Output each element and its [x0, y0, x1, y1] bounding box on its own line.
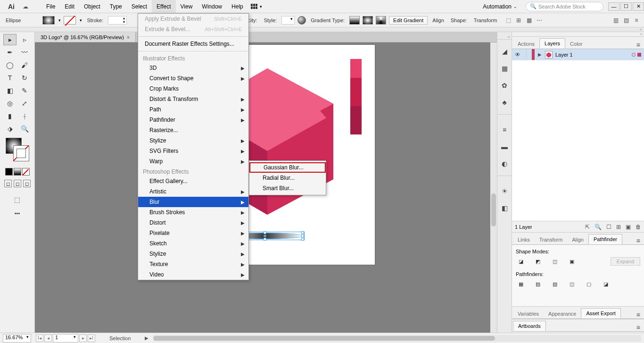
- unite-icon[interactable]: ◪: [516, 256, 526, 267]
- tab-layers[interactable]: Layers: [539, 38, 565, 49]
- horizontal-scrollbar[interactable]: [153, 335, 641, 342]
- vertical-scrollbar[interactable]: [490, 42, 497, 333]
- menu-3d[interactable]: 3D▶: [138, 63, 248, 73]
- type-tool[interactable]: T: [3, 72, 17, 84]
- first-artboard-button[interactable]: I◂: [36, 335, 43, 342]
- menu-crop-marks[interactable]: Crop Marks: [138, 84, 248, 94]
- pen-tool[interactable]: ✒: [3, 47, 17, 58]
- menu-video[interactable]: Video▶: [138, 269, 248, 280]
- transparency-panel-icon[interactable]: ◐: [499, 159, 510, 169]
- style-dropdown[interactable]: ▾: [281, 16, 295, 25]
- zoom-input[interactable]: 16.67%▾: [3, 334, 31, 343]
- width-tool[interactable]: ⟊: [18, 110, 31, 122]
- layer-target-icon[interactable]: [632, 53, 636, 57]
- edit-gradient-button[interactable]: Edit Gradient: [389, 16, 428, 25]
- locate-object-icon[interactable]: ⇱: [585, 224, 590, 230]
- menu-pixelate[interactable]: Pixelate▶: [138, 228, 248, 238]
- color-swatch[interactable]: [5, 168, 13, 176]
- menu-texture[interactable]: Texture▶: [138, 259, 248, 269]
- draw-inside[interactable]: ◻: [23, 180, 31, 187]
- properties-panel-icon[interactable]: ◢: [499, 46, 510, 57]
- isolate-icon[interactable]: ⬚: [504, 17, 512, 24]
- tab-align[interactable]: Align: [567, 235, 588, 244]
- artboard-number-input[interactable]: 1▾: [53, 334, 78, 343]
- intersect-icon[interactable]: ◫: [550, 256, 560, 267]
- layers-flyout[interactable]: ≡: [634, 41, 643, 49]
- layer-name[interactable]: Layer 1: [555, 52, 573, 58]
- menu-brush-strokes[interactable]: Brush Strokes▶: [138, 207, 248, 218]
- shape-builder-tool[interactable]: ◎: [3, 98, 17, 109]
- tab-artboards[interactable]: Artboards: [513, 321, 546, 331]
- control-flyout[interactable]: ≡: [633, 17, 640, 24]
- menu-stylize-ps[interactable]: Stylize▶: [138, 249, 248, 259]
- menu-gaussian-blur[interactable]: Gaussian Blur...: [249, 162, 326, 173]
- menu-select[interactable]: Select: [127, 0, 152, 13]
- stroke-weight-input[interactable]: ▴▾: [108, 16, 127, 25]
- menu-smart-blur[interactable]: Smart Blur...: [249, 183, 326, 193]
- tab-variables[interactable]: Variables: [513, 309, 544, 318]
- expand-button[interactable]: Expand: [611, 257, 640, 266]
- vstrip-collapse[interactable]: ››: [497, 35, 512, 40]
- gradient-radial[interactable]: [363, 16, 373, 25]
- merge-icon[interactable]: ▧: [550, 279, 560, 289]
- new-layer-icon[interactable]: ▣: [626, 224, 631, 230]
- search-stock-input[interactable]: 🔍 Search Adobe Stock: [526, 2, 603, 11]
- make-clip-mask-icon[interactable]: ☐: [606, 224, 611, 230]
- minus-back-icon[interactable]: ◪: [601, 279, 611, 289]
- tab-asset-export[interactable]: Asset Export: [581, 308, 620, 318]
- crop-icon[interactable]: ◫: [567, 279, 577, 289]
- document-tab[interactable]: 3D Logo* @ 16.67% (RGB/Preview) ×: [35, 32, 136, 42]
- menu-distort-transform[interactable]: Distort & Transform▶: [138, 94, 248, 104]
- menu-window[interactable]: Window: [197, 0, 227, 13]
- menu-convert-to-shape[interactable]: Convert to Shape▶: [138, 73, 248, 84]
- exclude-icon[interactable]: ▣: [567, 256, 577, 267]
- stroke-panel-icon[interactable]: ≡: [499, 125, 510, 135]
- swatches-panel-icon[interactable]: ▦: [499, 63, 510, 74]
- menu-path[interactable]: Path▶: [138, 104, 248, 115]
- symbols-panel-icon[interactable]: ♣: [499, 97, 510, 108]
- menu-stylize-ill[interactable]: Stylize▶: [138, 135, 248, 146]
- last-artboard-button[interactable]: ▸I: [88, 335, 95, 342]
- eraser-tool[interactable]: ◧: [3, 85, 17, 96]
- ellipse-tool[interactable]: ◯: [3, 59, 17, 71]
- free-transform-tool[interactable]: ⬗: [3, 123, 17, 134]
- menu-effect[interactable]: Effect: [152, 0, 175, 13]
- visibility-toggle-icon[interactable]: 👁: [512, 51, 523, 58]
- maximize-button[interactable]: ☐: [620, 2, 632, 11]
- layer-row[interactable]: 👁 ▶ Layer 1: [512, 49, 644, 60]
- menu-radial-blur[interactable]: Radial Blur...: [249, 173, 326, 183]
- prefs-icon[interactable]: ▤: [622, 17, 630, 24]
- status-flyout-icon[interactable]: ▶: [145, 335, 149, 341]
- menu-view[interactable]: View: [176, 0, 198, 13]
- menu-raster-settings[interactable]: Document Raster Effects Settings...: [138, 39, 248, 49]
- rpanel-collapse[interactable]: ››: [512, 32, 644, 37]
- prev-artboard-button[interactable]: ◂: [44, 335, 52, 342]
- menu-warp[interactable]: Warp▶: [138, 156, 248, 167]
- close-tab-icon[interactable]: ×: [127, 34, 130, 40]
- arrange-doc-icon[interactable]: ▥: [612, 17, 619, 24]
- none-swatch[interactable]: [22, 168, 30, 176]
- next-artboard-button[interactable]: ▸: [79, 335, 87, 342]
- stroke-swatch[interactable]: [64, 16, 76, 25]
- draw-behind[interactable]: ◻: [14, 180, 21, 187]
- tab-transform[interactable]: Transform: [535, 235, 568, 244]
- menu-object[interactable]: Object: [79, 0, 105, 13]
- fill-dropdown[interactable]: ▾: [58, 18, 61, 23]
- divide-icon[interactable]: ▦: [516, 279, 526, 289]
- stroke-indicator[interactable]: [13, 145, 29, 161]
- edit-icon[interactable]: ⊞: [515, 17, 522, 24]
- gradient-panel-icon[interactable]: ▬: [499, 142, 510, 152]
- menu-artistic[interactable]: Artistic▶: [138, 186, 248, 197]
- minimize-button[interactable]: —: [608, 2, 619, 11]
- gradient-tool[interactable]: ▮: [3, 110, 17, 122]
- tab-pathfinder[interactable]: Pathfinder: [588, 234, 622, 244]
- curvature-tool[interactable]: 〰: [18, 47, 31, 58]
- find-layer-icon[interactable]: 🔍: [594, 224, 602, 230]
- selection-tool[interactable]: ▸: [3, 34, 17, 45]
- delete-layer-icon[interactable]: 🗑: [636, 224, 641, 230]
- menu-blur[interactable]: Blur▶: [138, 197, 248, 207]
- gradient-swatch[interactable]: [14, 168, 21, 176]
- menu-svg-filters[interactable]: SVG Filters▶: [138, 146, 248, 156]
- gradient-annotator-icon[interactable]: [297, 16, 306, 25]
- panel-collapse-strip[interactable]: [0, 27, 644, 32]
